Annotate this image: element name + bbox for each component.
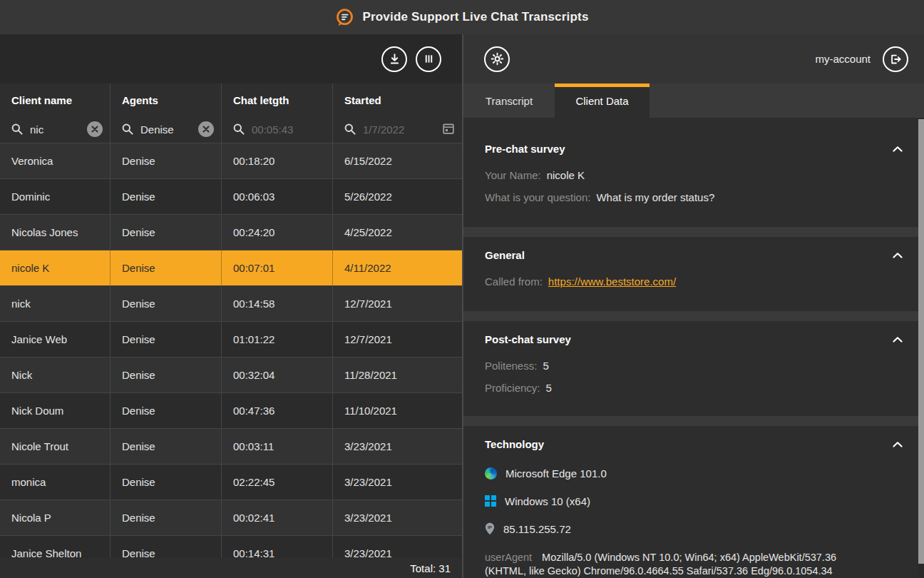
columns-icon (423, 54, 434, 64)
cell-client-name: nicole K (0, 250, 111, 286)
columns-button[interactable] (416, 46, 441, 72)
cell-agent: Denise (111, 215, 222, 250)
section-header[interactable]: General (485, 248, 904, 263)
section-header[interactable]: Technology (485, 437, 904, 452)
field-value: nicole K (547, 169, 585, 181)
settings-button[interactable] (484, 46, 510, 72)
table-row[interactable]: Veronica Denise 00:18:20 6/15/2022 (0, 143, 462, 179)
tab-label: Client Data (575, 95, 628, 107)
table-row[interactable]: Nicole Trout Denise 00:03:11 3/23/2021 (0, 429, 462, 465)
column-header-client-name[interactable]: Client name (11, 93, 103, 108)
chat-length-filter-input[interactable] (252, 123, 307, 136)
collapse-button[interactable] (891, 251, 904, 260)
column-header-agents[interactable]: Agents (122, 93, 214, 108)
search-icon (233, 123, 245, 135)
table-row[interactable]: Janice Web Denise 01:01:22 12/7/2021 (0, 322, 462, 358)
cell-chat-length: 00:07:01 (222, 250, 333, 286)
table-row[interactable]: Nicolas Jones Denise 00:24:20 4/25/2022 (0, 215, 462, 250)
field-value: 5 (546, 382, 552, 394)
search-icon (122, 123, 133, 135)
collapse-button[interactable] (891, 335, 904, 344)
edge-browser-icon (485, 467, 497, 480)
field-value: 5 (543, 360, 548, 372)
tech-value: Windows 10 (x64) (505, 495, 590, 507)
collapse-button[interactable] (891, 145, 904, 153)
table-row-selected[interactable]: nicole K Denise 00:07:01 4/11/2022 (0, 250, 462, 286)
cell-started: 12/7/2021 (333, 286, 462, 322)
cell-started: 5/26/2022 (333, 179, 462, 215)
cell-agent: Denise (111, 358, 222, 393)
cell-agent: Denise (111, 322, 222, 358)
started-filter-input[interactable] (363, 123, 436, 136)
field-proficiency: Proficiency:5 (485, 381, 904, 395)
collapse-button[interactable] (891, 440, 904, 449)
agents-filter-input[interactable] (140, 123, 195, 136)
calendar-picker-button[interactable] (442, 122, 455, 135)
logout-button[interactable] (883, 46, 908, 72)
calendar-icon (442, 122, 455, 135)
search-icon (344, 123, 356, 135)
table-row[interactable]: monica Denise 02:22:45 3/23/2021 (0, 465, 462, 500)
started-filter (344, 121, 455, 138)
section-header[interactable]: Pre-chat survey (485, 141, 904, 157)
client-name-filter-input[interactable] (30, 123, 84, 136)
tab-transcript[interactable]: Transcript (463, 83, 555, 118)
cell-agent: Denise (111, 393, 222, 429)
active-tab-indicator (555, 83, 650, 87)
cell-client-name: Nicola P (0, 500, 111, 536)
user-agent-label: userAgent (485, 552, 532, 563)
scrollbar-thumb[interactable] (918, 119, 924, 564)
total-bar: Total: 31 (0, 558, 462, 578)
cell-chat-length: 01:01:22 (222, 322, 333, 358)
section-pre-chat-survey: Pre-chat survey Your Name:nicole K What … (463, 118, 924, 227)
table-row[interactable]: nick Denise 00:14:58 12/7/2021 (0, 286, 462, 322)
field-question: What is your question:What is my order s… (485, 191, 904, 205)
section-title: Technology (485, 437, 544, 452)
chat-length-filter (233, 121, 325, 138)
download-button[interactable] (381, 46, 407, 72)
column-header-started[interactable]: Started (344, 93, 455, 108)
user-agent-row: userAgentMozilla/5.0 (Windows NT 10.0; W… (485, 551, 864, 578)
search-icon (11, 123, 23, 135)
table-header: Client name Agents (0, 83, 462, 143)
tab-client-data[interactable]: Client Data (555, 83, 650, 118)
table-row[interactable]: Nicola P Denise 00:02:41 3/23/2021 (0, 500, 462, 536)
called-from-link[interactable]: https://www.beststore.com/ (548, 275, 676, 288)
section-post-chat-survey: Post-chat survey Politeness:5 Proficienc… (463, 321, 924, 416)
column-started: Started (333, 83, 462, 143)
field-your-name: Your Name:nicole K (485, 168, 904, 183)
clear-filter-button[interactable] (198, 121, 214, 137)
cell-started: 3/23/2021 (333, 500, 462, 536)
column-agents: Agents (111, 83, 222, 143)
cell-chat-length: 00:47:36 (222, 393, 333, 429)
cell-agent: Denise (111, 179, 222, 215)
chevron-up-icon (893, 337, 903, 343)
table-row[interactable]: Nick Doum Denise 00:47:36 11/10/2021 (0, 393, 462, 429)
cell-client-name: Nick Doum (0, 393, 111, 429)
field-label: Your Name: (485, 169, 541, 181)
cell-agent: Denise (111, 465, 222, 500)
tech-ip: IP 85.115.255.72 (485, 522, 904, 536)
cell-started: 11/28/2021 (333, 358, 462, 393)
column-client-name: Client name (0, 83, 111, 143)
section-header[interactable]: Post-chat survey (485, 332, 904, 348)
chevron-up-icon (893, 146, 903, 152)
column-chat-length: Chat letgth (222, 83, 333, 143)
section-title: Post-chat survey (485, 332, 571, 348)
clear-filter-button[interactable] (87, 121, 103, 137)
tech-os: Windows 10 (x64) (485, 494, 904, 508)
cell-chat-length: 00:32:04 (222, 358, 333, 393)
agents-filter (122, 121, 214, 138)
column-header-chat-length[interactable]: Chat letgth (233, 93, 325, 108)
tech-browser: Microsoft Edge 101.0 (485, 466, 904, 480)
table-row[interactable]: Dominic Denise 00:06:03 5/26/2022 (0, 179, 462, 215)
client-data-content: Pre-chat survey Your Name:nicole K What … (463, 118, 924, 578)
account-name: my-account (815, 53, 871, 65)
ip-location-icon: IP (485, 522, 495, 535)
svg-text:IP: IP (488, 524, 492, 529)
cell-started: 4/11/2022 (333, 250, 462, 286)
cell-chat-length: 00:24:20 (222, 215, 333, 250)
scrollbar-track[interactable] (918, 118, 924, 578)
table-row[interactable]: Nick Denise 00:32:04 11/28/2021 (0, 358, 462, 393)
cell-client-name: Nick (0, 358, 111, 393)
